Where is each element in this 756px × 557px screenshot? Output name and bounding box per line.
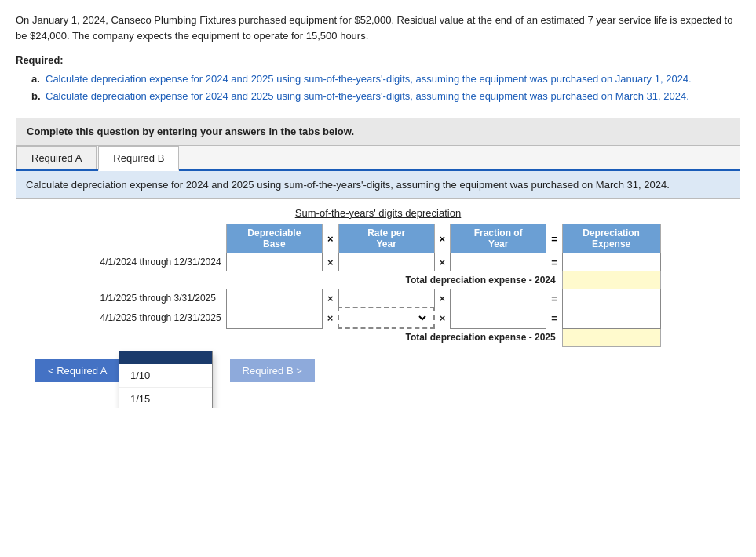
rate-input-0[interactable]	[344, 257, 429, 268]
dropdown-item-1[interactable]: 1/15	[119, 388, 212, 408]
item-b-label: b.	[31, 88, 42, 105]
depreciation-table: DepreciableBase × Rate perYear × Fractio…	[96, 224, 661, 347]
total-value-1[interactable]	[562, 271, 660, 289]
result-cell-2[interactable]	[562, 289, 660, 308]
total-input-4[interactable]	[568, 332, 656, 343]
result-input-2[interactable]	[568, 293, 656, 304]
item-a-label: a.	[31, 71, 42, 88]
tab-required-b[interactable]: Required B	[98, 146, 179, 171]
problem-text: On January 1, 2024, Canseco Plumbing Fix…	[16, 13, 740, 43]
fraction-input-2[interactable]	[455, 293, 541, 304]
result-input-0[interactable]	[568, 257, 656, 268]
tab-content-description: Calculate depreciation expense for 2024 …	[16, 171, 740, 199]
eq-0: =	[546, 253, 563, 271]
result-cell-0[interactable]	[562, 253, 660, 271]
rate-select-3[interactable]: 7/28 6/28 5/28	[344, 311, 429, 324]
dropdown-overlay[interactable]: 1/10 1/15 2/10 2/15	[119, 351, 213, 408]
eq-3: =	[546, 308, 563, 328]
header-fraction-of-year: Fraction ofYear	[451, 224, 546, 253]
table-row-4: Total depreciation expense - 2025	[96, 328, 661, 346]
rate-input-2[interactable]	[344, 293, 429, 304]
op1-3: ×	[323, 308, 339, 328]
result-input-3[interactable]	[568, 312, 656, 323]
op2-3: ×	[434, 308, 451, 328]
complete-box: Complete this question by entering your …	[16, 118, 740, 145]
header-op1: ×	[323, 224, 339, 253]
header-op2: ×	[434, 224, 451, 253]
table-section: Sum-of-the-years' digits depreciation De…	[16, 199, 740, 395]
table-title: Sum-of-the-years' digits depreciation	[26, 207, 730, 219]
depreciable-base-cell-2[interactable]	[226, 289, 322, 308]
item-a-text: Calculate depreciation expense for 2024 …	[46, 71, 692, 88]
depreciable-base-input-0[interactable]	[232, 257, 317, 268]
eq-2: =	[546, 289, 563, 308]
problem-statement: On January 1, 2024, Canseco Plumbing Fix…	[16, 14, 732, 42]
fraction-cell-3[interactable]	[451, 308, 546, 328]
item-b-text: Calculate depreciation expense for 2024 …	[46, 88, 689, 105]
prev-button[interactable]: < Required A	[35, 359, 120, 382]
result-cell-3[interactable]	[562, 308, 660, 328]
total-label-4: Total depreciation expense - 2025	[96, 328, 563, 346]
depreciable-base-input-2[interactable]	[232, 293, 317, 304]
fraction-cell-2[interactable]	[451, 289, 546, 308]
row-label-2: 1/1/2025 through 3/31/2025	[96, 289, 227, 308]
header-rate-per-year: Rate perYear	[338, 224, 434, 253]
table-row-3: 4/1/2025 through 12/31/2025 × 7/28 6/28 …	[96, 308, 661, 328]
table-header-row: DepreciableBase × Rate perYear × Fractio…	[96, 224, 661, 253]
rate-input-cell-0[interactable]	[338, 253, 434, 271]
table-row-1: Total depreciation expense - 2024	[96, 271, 661, 289]
row-label-3: 4/1/2025 through 12/31/2025	[96, 308, 227, 328]
table-row-0: 4/1/2024 through 12/31/2024 × × =	[96, 253, 661, 271]
fraction-input-0[interactable]	[455, 257, 541, 268]
next-button[interactable]: Required B >	[230, 359, 315, 382]
depreciable-base-cell-0[interactable]	[226, 253, 322, 271]
fraction-cell-0[interactable]	[451, 253, 546, 271]
rate-select-cell-3[interactable]: 7/28 6/28 5/28	[338, 308, 434, 328]
row-label-0: 4/1/2024 through 12/31/2024	[96, 253, 227, 271]
total-value-4[interactable]	[562, 328, 660, 346]
depreciable-base-input-3[interactable]	[232, 312, 317, 323]
required-header: Required:	[16, 54, 740, 66]
required-item-a: a. Calculate depreciation expense for 20…	[31, 71, 740, 88]
dropdown-item-0[interactable]: 1/10	[119, 364, 212, 388]
nav-buttons: < Required A 1/10 1/15 2/10 2/15 Require…	[26, 359, 730, 382]
dropdown-header	[119, 351, 212, 364]
op2-0: ×	[434, 253, 451, 271]
blank-header	[96, 224, 227, 253]
tabs-container: Required A Required B Calculate deprecia…	[16, 145, 740, 395]
rate-input-cell-2[interactable]	[338, 289, 434, 308]
tab-required-a[interactable]: Required A	[16, 146, 97, 169]
header-depreciable-base: DepreciableBase	[226, 224, 322, 253]
op1-2: ×	[323, 289, 339, 308]
tabs-header: Required A Required B	[16, 146, 740, 171]
total-label-1: Total depreciation expense - 2024	[96, 271, 563, 289]
required-items: a. Calculate depreciation expense for 20…	[31, 71, 740, 105]
header-depreciation-expense: DepreciationExpense	[562, 224, 660, 253]
fraction-input-3[interactable]	[455, 312, 541, 323]
op2-2: ×	[434, 289, 451, 308]
depreciable-base-cell-3[interactable]	[226, 308, 322, 328]
table-row-2: 1/1/2025 through 3/31/2025 × × =	[96, 289, 661, 308]
total-input-1[interactable]	[568, 275, 656, 286]
header-eq: =	[546, 224, 563, 253]
op1-0: ×	[323, 253, 339, 271]
required-item-b: b. Calculate depreciation expense for 20…	[31, 88, 740, 105]
